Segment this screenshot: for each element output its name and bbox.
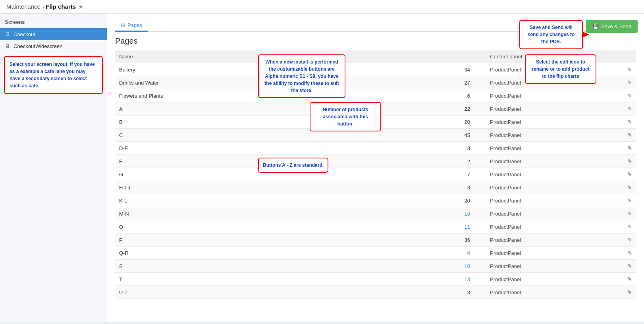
- edit-icon[interactable]: ✎: [627, 289, 632, 295]
- callout-edit-icon-text: Select the edit icon to rename or to add…: [532, 59, 589, 79]
- pages-tab[interactable]: ⊞ Pages: [115, 20, 148, 32]
- cell-name: O: [115, 220, 283, 233]
- cell-allocated: 20: [283, 194, 486, 207]
- cell-edit: ✎: [616, 273, 636, 286]
- table-row: F2ProductPanel✎: [115, 155, 636, 168]
- edit-icon[interactable]: ✎: [627, 66, 632, 73]
- cell-edit: ✎: [616, 129, 636, 142]
- cell-name: P: [115, 233, 283, 247]
- cell-content-panel: ProductPanel: [486, 194, 616, 207]
- table-row: H-I-J3ProductPanel✎: [115, 181, 636, 194]
- save-icon: 💾: [592, 23, 599, 29]
- edit-icon[interactable]: ✎: [627, 79, 632, 86]
- edit-icon[interactable]: ✎: [627, 158, 632, 164]
- callout-install: When a new install is performed the cust…: [258, 54, 345, 98]
- table-row: M-N18ProductPanel✎: [115, 207, 636, 220]
- table-wrapper: When a new install is performed the cust…: [115, 50, 636, 299]
- breadcrumb-maintenance: Maintenance: [6, 3, 40, 10]
- cell-content-panel: ProductPanel: [486, 89, 616, 102]
- edit-icon[interactable]: ✎: [627, 210, 632, 217]
- cell-name: S: [115, 260, 283, 273]
- cell-content-panel: ProductPanel: [486, 247, 616, 260]
- table-row: S10ProductPanel✎: [115, 260, 636, 273]
- callout-install-text: When a new install is performed the cust…: [264, 59, 339, 93]
- cell-name: Q-R: [115, 247, 283, 260]
- cell-edit: ✎: [616, 89, 636, 102]
- pages-tab-label: Pages: [127, 22, 142, 28]
- cell-content-panel: ProductPanel: [486, 168, 616, 181]
- cell-edit: ✎: [616, 102, 636, 116]
- save-send-callout-text: Save and Send will send any changes to t…: [528, 25, 575, 44]
- sidebar-item-checkout-label: Checkout: [13, 31, 35, 37]
- callout-buttons-az-text: Buttons A - Z are standard,: [263, 162, 324, 168]
- callout-number-products-text: Number of products associated with this …: [323, 107, 368, 127]
- table-row: D-E3ProductPanel✎: [115, 142, 636, 155]
- cell-allocated: 18: [283, 207, 486, 220]
- cell-edit: ✎: [616, 63, 636, 76]
- cell-edit: ✎: [616, 207, 636, 220]
- cell-edit: ✎: [616, 155, 636, 168]
- cell-edit: ✎: [616, 116, 636, 129]
- table-row: G7ProductPanel✎: [115, 168, 636, 181]
- save-send-button[interactable]: 💾 Save & Send: [586, 20, 638, 33]
- cell-allocated: 11: [283, 220, 486, 233]
- edit-icon[interactable]: ✎: [627, 119, 632, 125]
- pages-table: Name Allocated products Content panel Ba…: [115, 50, 636, 299]
- cell-allocated: 3: [283, 181, 486, 194]
- breadcrumb: Maintenance › Flip charts: [6, 3, 76, 10]
- edit-icon[interactable]: ✎: [627, 224, 632, 230]
- cell-edit: ✎: [616, 142, 636, 155]
- grid-icon: ⊞: [121, 22, 125, 28]
- cell-edit: ✎: [616, 76, 636, 89]
- cell-edit: ✎: [616, 168, 636, 181]
- cell-allocated: 13: [283, 273, 486, 286]
- cell-edit: ✎: [616, 247, 636, 260]
- save-send-callout: Save and Send will send any changes to t…: [519, 20, 583, 49]
- screen-icon: 🖥: [5, 31, 10, 37]
- cell-allocated: 10: [283, 260, 486, 273]
- cell-name: K-L: [115, 194, 283, 207]
- callout-buttons-az: Buttons A - Z are standard,: [258, 158, 328, 173]
- cell-allocated: 4: [283, 247, 486, 260]
- cell-allocated: 36: [283, 233, 486, 247]
- table-row: K-L20ProductPanel✎: [115, 194, 636, 207]
- table-row: P36ProductPanel✎: [115, 233, 636, 247]
- sidebar-item-checkout-widescreen[interactable]: 🖥 CheckoutWidescreen: [0, 40, 107, 52]
- breadcrumb-separator: ›: [42, 3, 44, 10]
- cell-edit: ✎: [616, 260, 636, 273]
- content-area: Save and Send will send any changes to t…: [107, 14, 644, 322]
- save-send-area: Save and Send will send any changes to t…: [519, 20, 638, 49]
- sidebar: Screens 🖥 Checkout 🖥 CheckoutWidescreen …: [0, 14, 107, 322]
- sidebar-item-checkout-widescreen-label: CheckoutWidescreen: [13, 43, 63, 49]
- cell-name: C: [115, 129, 283, 142]
- cell-name: H-I-J: [115, 181, 283, 194]
- cell-name: M-N: [115, 207, 283, 220]
- edit-icon[interactable]: ✎: [627, 145, 632, 151]
- edit-icon[interactable]: ✎: [627, 132, 632, 138]
- sidebar-item-checkout[interactable]: 🖥 Checkout: [0, 28, 107, 40]
- cell-content-panel: ProductPanel: [486, 220, 616, 233]
- sidebar-callout-text: Select your screen layout, if you have a…: [10, 62, 95, 89]
- table-row: Q-R4ProductPanel✎: [115, 247, 636, 260]
- sidebar-title: Screens: [0, 17, 107, 28]
- edit-icon[interactable]: ✎: [627, 93, 632, 99]
- cell-name: U-Z: [115, 286, 283, 299]
- callout-number-products: Number of products associated with this …: [310, 102, 381, 131]
- edit-icon[interactable]: ✎: [627, 197, 632, 204]
- edit-icon[interactable]: ✎: [627, 250, 632, 256]
- cell-content-panel: ProductPanel: [486, 155, 616, 168]
- edit-icon[interactable]: ✎: [627, 171, 632, 177]
- screen-icon-2: 🖥: [5, 43, 10, 49]
- edit-icon[interactable]: ✎: [627, 237, 632, 243]
- star-icon[interactable]: ★: [78, 4, 83, 10]
- edit-icon[interactable]: ✎: [627, 263, 632, 269]
- col-edit: [616, 50, 636, 63]
- edit-icon[interactable]: ✎: [627, 106, 632, 112]
- edit-icon[interactable]: ✎: [627, 184, 632, 191]
- cell-edit: ✎: [616, 220, 636, 233]
- edit-icon[interactable]: ✎: [627, 276, 632, 282]
- cell-content-panel: ProductPanel: [486, 286, 616, 299]
- sidebar-screen-callout: Select your screen layout, if you have a…: [4, 56, 103, 94]
- cell-content-panel: ProductPanel: [486, 142, 616, 155]
- table-row: Flowers and Plants6ProductPanel✎: [115, 89, 636, 102]
